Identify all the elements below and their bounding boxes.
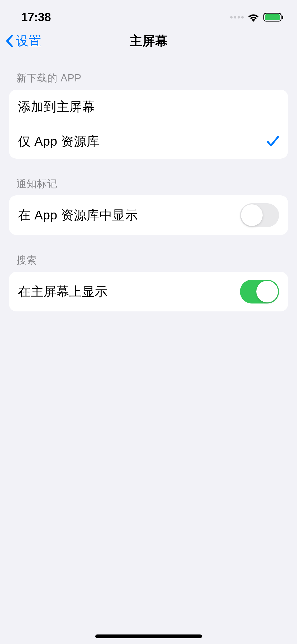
toggle-show-badges-app-library[interactable] [240,203,279,227]
back-label: 设置 [16,33,41,49]
row-show-on-home: 在主屏幕上显示 [9,272,288,311]
status-bar: 17:38 [0,0,297,26]
wifi-icon [247,13,260,22]
checkmark-icon [267,136,279,147]
row-label: 在主屏幕上显示 [18,283,108,300]
group-badges: 在 App 资源库中显示 [9,195,288,235]
svg-rect-1 [265,14,280,20]
option-label: 添加到主屏幕 [18,98,95,115]
group-search: 在主屏幕上显示 [9,272,288,311]
back-button[interactable]: 设置 [5,33,41,49]
section-header-badges: 通知标记 [9,159,288,195]
battery-icon [263,12,284,22]
status-indicators [230,12,284,22]
status-time: 17:38 [21,10,51,24]
section-header-search: 搜索 [9,235,288,272]
section-header-new-apps: 新下载的 APP [9,71,288,90]
page-title: 主屏幕 [130,33,168,49]
toggle-knob [241,204,263,226]
toggle-show-search-home[interactable] [240,280,279,303]
home-indicator[interactable] [95,634,202,638]
option-app-library-only[interactable]: 仅 App 资源库 [9,124,288,159]
option-label: 仅 App 资源库 [18,133,100,150]
option-add-to-home[interactable]: 添加到主屏幕 [9,90,288,124]
toggle-knob [256,281,278,302]
row-show-in-app-library: 在 App 资源库中显示 [9,195,288,235]
svg-rect-2 [282,16,283,19]
nav-bar: 设置 主屏幕 [0,26,297,56]
chevron-left-icon [5,35,13,47]
cellular-dots-icon [230,16,244,19]
row-label: 在 App 资源库中显示 [18,207,138,224]
content: 新下载的 APP 添加到主屏幕 仅 App 资源库 通知标记 在 App 资源库… [0,56,297,311]
group-new-apps: 添加到主屏幕 仅 App 资源库 [9,90,288,159]
